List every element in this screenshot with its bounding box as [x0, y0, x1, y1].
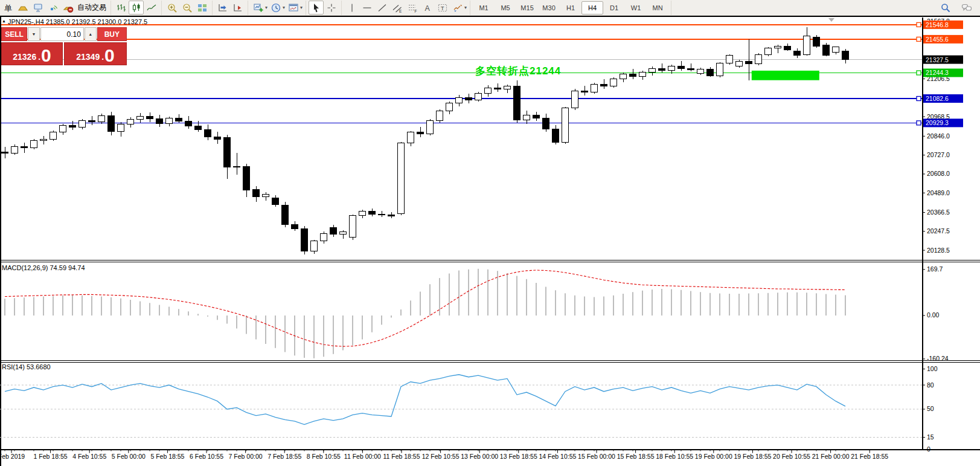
- time-label: 5 Feb 00:00: [112, 453, 146, 460]
- chart-shift-icon[interactable]: [215, 1, 230, 15]
- candle: [552, 129, 559, 142]
- dropdown-arrow-icon[interactable]: ▾: [283, 5, 285, 10]
- vertical-line-icon[interactable]: [344, 1, 359, 15]
- time-label: 13 Feb 00:00: [461, 453, 498, 460]
- text-icon[interactable]: A: [420, 1, 435, 15]
- sell-price-frac: 0: [41, 48, 51, 63]
- candle: [89, 120, 95, 122]
- time-label: 7 Feb 18:55: [267, 453, 301, 460]
- timeframe-button-M1[interactable]: M1: [473, 1, 495, 15]
- line-chart-icon[interactable]: [144, 1, 159, 15]
- svg-text:20366.5: 20366.5: [927, 209, 950, 216]
- sell-price-dot: .: [38, 53, 40, 61]
- auto-scroll-icon[interactable]: [230, 1, 245, 15]
- candle: [234, 166, 240, 167]
- timeframe-button-M30[interactable]: M30: [538, 1, 560, 15]
- timeframe-button-H4[interactable]: H4: [581, 1, 603, 15]
- timeframe-toolbar: M1M5M15M30H1H4D1W1MN: [470, 1, 671, 15]
- tile-windows-icon[interactable]: [194, 1, 210, 15]
- toolbar: 单自动交易▾▾▾EFAT▾ M1M5M15M30H1H4D1W1MN: [0, 0, 980, 16]
- gold-icon[interactable]: [15, 1, 30, 15]
- svg-text:20489.0: 20489.0: [927, 189, 950, 196]
- signal-icon[interactable]: [45, 1, 60, 15]
- candle: [176, 118, 182, 121]
- search-icon[interactable]: [938, 1, 953, 15]
- candle: [456, 97, 463, 103]
- candle: [717, 63, 723, 76]
- time-label: 14 Feb 10:55: [539, 453, 576, 460]
- candle: [50, 132, 57, 139]
- trendline-icon[interactable]: [374, 1, 389, 15]
- candle: [514, 86, 520, 120]
- timeframe-button-D1[interactable]: D1: [603, 1, 625, 15]
- period-icon[interactable]: [268, 1, 283, 15]
- candle: [543, 118, 549, 129]
- svg-text:0: 0: [927, 445, 930, 453]
- candle: [40, 139, 47, 141]
- candle: [311, 241, 318, 251]
- time-label: 8 Feb 10:55: [307, 453, 341, 460]
- candle: [21, 146, 28, 148]
- svg-text:20247.5: 20247.5: [927, 227, 950, 235]
- zoom-in-icon[interactable]: [164, 1, 179, 15]
- buy-price-display[interactable]: 21349.0: [64, 42, 127, 65]
- candle: [60, 126, 66, 132]
- template-icon[interactable]: [286, 1, 301, 15]
- arrows-icon[interactable]: [450, 1, 465, 15]
- svg-text:21082.6: 21082.6: [926, 95, 949, 102]
- zoom-out-icon[interactable]: [179, 1, 194, 15]
- timeframe-button-M15[interactable]: M15: [516, 1, 538, 15]
- candlestick-icon[interactable]: [129, 1, 144, 15]
- timeframe-button-H1[interactable]: H1: [560, 1, 581, 15]
- candle: [321, 233, 327, 241]
- candle: [2, 152, 8, 154]
- new-order-icon[interactable]: 单: [0, 1, 15, 15]
- candle: [630, 74, 636, 77]
- new-chart-icon[interactable]: [251, 1, 266, 15]
- volume-decrease-button[interactable]: ▼: [28, 27, 40, 41]
- candle: [485, 88, 492, 93]
- candle: [446, 103, 453, 111]
- candle: [475, 94, 482, 100]
- candle: [784, 46, 791, 50]
- candle: [707, 70, 714, 76]
- crosshair-icon[interactable]: [324, 1, 339, 15]
- svg-text:21244.3: 21244.3: [926, 69, 949, 76]
- svg-text:-160.24: -160.24: [927, 355, 949, 362]
- bar-chart-icon[interactable]: [114, 1, 129, 15]
- dropdown-arrow-icon[interactable]: ▾: [265, 5, 267, 10]
- volume-increase-button[interactable]: ▲: [85, 27, 97, 41]
- svg-text:T: T: [441, 5, 444, 11]
- channel-icon[interactable]: E: [389, 1, 405, 15]
- volume-input[interactable]: [40, 27, 84, 41]
- candle: [214, 137, 221, 140]
- timeframe-button-W1[interactable]: W1: [625, 1, 647, 15]
- timeframe-button-MN[interactable]: MN: [647, 1, 668, 15]
- candle: [591, 85, 598, 92]
- svg-text:A: A: [424, 4, 430, 12]
- horizontal-line-icon[interactable]: [359, 1, 374, 15]
- svg-text:169.7: 169.7: [927, 265, 943, 273]
- time-label: 21 Feb 00:00: [812, 453, 850, 460]
- cursor-icon[interactable]: [309, 1, 324, 15]
- terminal-icon[interactable]: [30, 1, 45, 15]
- timeframe-button-M5[interactable]: M5: [495, 1, 516, 15]
- toolbar-right-icons: [938, 1, 980, 15]
- buy-button[interactable]: BUY: [97, 27, 127, 41]
- chart-expand-icon[interactable]: ▲: [2, 19, 6, 23]
- sell-price-display[interactable]: 21326.0: [1, 42, 63, 65]
- sell-button[interactable]: SELL: [1, 27, 27, 41]
- autotrading-icon[interactable]: [60, 1, 75, 15]
- time-label: Feb 2019: [0, 453, 25, 460]
- candle: [282, 205, 289, 224]
- dropdown-arrow-icon[interactable]: ▾: [464, 5, 467, 10]
- dropdown-arrow-icon[interactable]: ▾: [300, 5, 303, 10]
- label-icon[interactable]: T: [435, 1, 450, 15]
- candle: [794, 51, 801, 55]
- candle: [195, 126, 202, 129]
- candle: [775, 46, 781, 48]
- fibonacci-icon[interactable]: F: [405, 1, 420, 15]
- chat-icon[interactable]: [959, 1, 974, 15]
- candle: [350, 216, 356, 237]
- time-label: 15 Feb 18:55: [617, 453, 655, 460]
